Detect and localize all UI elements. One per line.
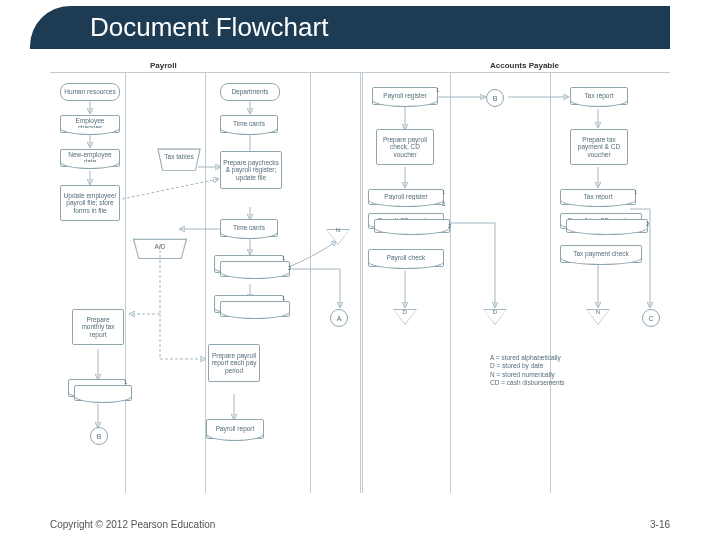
shape-tax-report-b [74,385,132,401]
shape-payroll-check: Payroll check [368,249,444,267]
shape-prepare-tax-payment: Prepare tax payment & CD voucher [570,129,628,165]
tag2e: 2 [442,201,445,207]
shape-payroll-register-b [220,261,290,277]
shape-tax-report-ap2: Tax report [560,189,636,205]
tag2a: 2 [288,265,291,271]
col-ap-header: Accounts Payable [490,61,559,70]
tri-d2-label: D [493,309,497,315]
conn-b2: B [486,89,504,107]
col-div-5 [550,73,551,493]
shape-new-emp: New-employee data [60,149,120,167]
col-div-4 [450,73,451,493]
shape-payroll-tax-cd-b [566,219,648,233]
shape-prepare-payroll-report: Prepare payroll report each pay period [208,344,260,382]
conn-b: B [90,427,108,445]
shape-payroll-register-ap2: Payroll register [368,189,444,205]
shape-departments: Departments [220,83,280,101]
legend: A = stored alphabetically D = stored by … [490,354,565,388]
tag1d: 1 [436,87,439,93]
shape-emp-checks-b [220,301,290,317]
tag1e: 1 [442,189,445,195]
shape-ad: A/D [136,239,184,261]
tag1f: 1 [634,189,637,195]
shape-prepare-paychecks: Prepare paychecks & payroll register; up… [220,151,282,189]
col-div-3 [310,73,311,493]
conn-c: C [642,309,660,327]
shape-payroll-report: Payroll report [206,419,264,439]
shape-tax-report-ap: Tax report [570,87,628,105]
shape-emp-changes: Employee changes [60,115,120,133]
slide-title: Document Flowchart [30,6,670,49]
legend-n: N = stored numerically [490,371,565,379]
tri-n1-label: N [336,227,340,233]
legend-a: A = stored alphabetically [490,354,565,362]
shape-payroll-register-ap: Payroll register [372,87,438,105]
legend-cd: CD = cash disbursements [490,379,565,387]
svg-line-6 [122,179,218,199]
col-payroll-header: Payroll [150,61,177,70]
footer: Copyright © 2012 Pearson Education 3-16 [0,519,720,530]
shape-payroll-cd-voucher-b [374,219,450,233]
copyright: Copyright © 2012 Pearson Education [50,519,215,530]
shape-timecards: Time cards [220,115,278,133]
shape-hr: Human resources [60,83,120,101]
flowchart-diagram: Payroll Accounts Payable [50,59,670,499]
page-number: 3-16 [650,519,670,530]
tri-n2-label: N [596,309,600,315]
legend-d: D = stored by date [490,362,565,370]
shape-tax-tables: Tax tables [160,149,198,173]
shape-update-emp: Update employee/ payroll file; store for… [60,185,120,221]
col-div-double [360,73,363,493]
tag2f: 2 [448,223,451,229]
tag2g: 2 [646,221,649,227]
conn-a: A [330,309,348,327]
tri-d1-label: D [403,309,407,315]
shape-timecards2: Time cards [220,219,278,237]
col-div-1 [125,73,126,493]
shape-tax-payment-check: Tax payment check [560,245,642,263]
shape-prepare-monthly: Prepare monthly tax report [72,309,124,345]
shape-prepare-payroll-check: Prepare payroll check, CD voucher [376,129,434,165]
